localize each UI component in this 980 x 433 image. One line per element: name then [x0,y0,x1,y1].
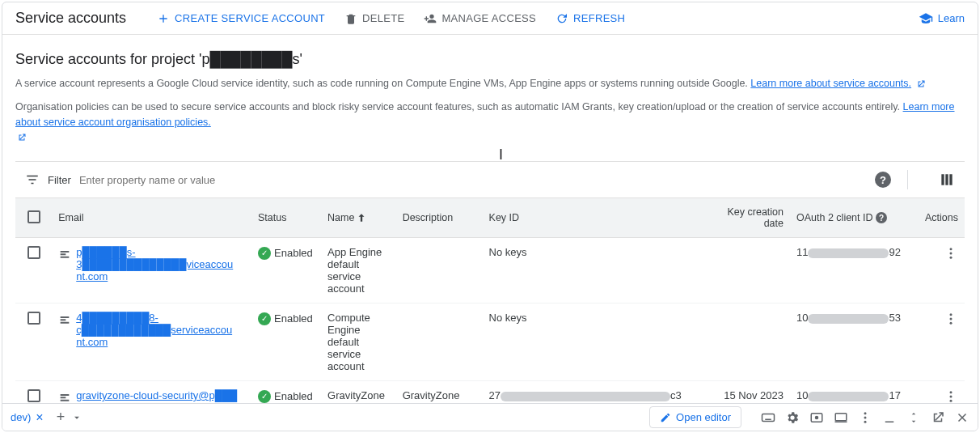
svg-point-15 [816,416,818,418]
learn-button[interactable]: Learn [919,11,965,26]
svg-point-2 [950,257,953,259]
table-row: gravityzone-cloud-security@p███-o███████… [15,381,965,404]
expand-icon[interactable] [906,410,921,425]
service-account-icon [58,391,71,403]
svg-rect-13 [765,418,771,420]
keyboard-icon[interactable] [761,410,775,425]
learn-more-sa-link[interactable]: Learn more about service accounts. [750,78,911,89]
oauth-cell: 1053 [790,304,915,381]
open-editor-button[interactable]: Open editor [649,406,741,428]
table-row: p██████s-3██████████████viceaccount.com✓… [15,238,965,304]
svg-point-0 [950,248,953,250]
delete-button[interactable]: Delete [336,7,412,30]
manage-label: Manage Access [441,12,536,24]
description-2: Organisation policies can be used to sec… [15,100,965,145]
email-link[interactable]: p██████s-3██████████████viceaccount.com [76,246,238,282]
device-icon[interactable] [834,410,848,425]
oauth-cell: 1192 [790,238,915,304]
col-name[interactable]: Name [321,198,396,238]
select-all-checkbox[interactable] [27,210,40,223]
col-actions: Actions [915,198,965,238]
keyid-cell: 27c3 [483,381,699,404]
minimize-icon[interactable] [882,410,897,425]
status-badge: ✓Enabled [258,390,313,403]
pencil-icon [660,412,671,423]
filter-input[interactable] [79,174,867,186]
open-new-window-icon[interactable] [931,410,945,425]
col-keyid[interactable]: Key ID [483,198,699,238]
oauth-help-icon[interactable]: ? [876,212,887,223]
email-link[interactable]: gravityzone-cloud-security@p███-o███████… [76,389,238,403]
trash-icon [344,12,357,25]
table-header-row: Email Status Name Description Key ID Key… [15,198,965,238]
column-display-icon[interactable] [939,172,955,188]
delete-label: Delete [362,12,404,24]
subheading: Service accounts for project 'p████████s… [15,51,965,68]
oauth-cell: 1017 [790,381,915,404]
col-keydate[interactable]: Key creation date [699,198,790,238]
description-1: A service account represents a Google Cl… [15,76,965,91]
web-preview-icon[interactable] [809,410,824,425]
terminal-tab[interactable]: dev) × [11,410,44,425]
tab-label: dev) [11,411,31,423]
gear-icon[interactable] [785,410,800,425]
footer-icons [761,410,969,425]
check-icon: ✓ [258,247,271,260]
email-link[interactable]: 4█████████8-c████████████serviceaccount.… [76,312,238,348]
content-area: Service accounts for project 'p████████s… [2,35,978,403]
service-accounts-table: Email Status Name Description Key ID Key… [15,197,965,403]
external-link-icon [17,133,27,142]
svg-point-5 [950,322,953,325]
svg-rect-20 [885,421,894,422]
description-cell [396,304,483,381]
page-title: Service accounts [15,10,126,27]
service-account-icon [58,248,71,261]
svg-point-8 [950,400,953,402]
col-description[interactable]: Description [396,198,483,238]
refresh-icon [555,12,568,25]
row-actions-icon[interactable] [944,389,958,403]
col-email[interactable]: Email [52,198,251,238]
sort-asc-icon [356,212,367,223]
svg-rect-12 [762,414,775,421]
filter-icon [25,172,40,187]
keydate-cell [699,238,790,304]
desc2-text: Organisation policies can be used to sec… [15,101,903,112]
status-badge: ✓Enabled [258,312,313,325]
plus-icon [157,12,170,25]
description-cell: GravityZone API Access [396,381,483,404]
svg-point-19 [864,420,867,422]
name-cell: Compute Engine default service account [321,304,396,381]
manage-access-button[interactable]: Manage Access [416,7,544,30]
description-cell [396,238,483,304]
create-label: Create Service Account [175,12,325,24]
row-actions-icon[interactable] [944,246,958,261]
external-link-icon [916,79,926,89]
table-row: 4█████████8-c████████████serviceaccount.… [15,304,965,381]
svg-point-18 [864,416,867,418]
close-tab-icon[interactable]: × [36,410,43,425]
name-cell: GravityZone Cloud Security [321,381,396,404]
new-tab-button[interactable]: + [57,409,65,426]
row-actions-icon[interactable] [944,312,958,326]
create-service-account-button[interactable]: Create Service Account [149,7,333,30]
col-oauth[interactable]: OAuth 2 client ID ? [790,198,915,238]
row-checkbox[interactable] [27,246,40,259]
refresh-button[interactable]: Refresh [547,7,633,30]
refresh-label: Refresh [573,12,625,24]
name-cell: App Engine default service account [321,238,396,304]
close-icon[interactable] [955,410,969,425]
svg-point-1 [950,253,953,255]
row-checkbox[interactable] [27,389,40,402]
col-status[interactable]: Status [251,198,321,238]
svg-rect-16 [835,413,847,420]
svg-point-7 [950,396,953,398]
row-checkbox[interactable] [27,312,40,325]
terminal-footer: dev) × + Open editor [2,403,978,431]
learn-label: Learn [938,12,965,24]
chevron-down-icon[interactable] [71,412,82,423]
check-icon: ✓ [258,312,271,325]
more-vert-icon[interactable] [858,410,872,425]
help-icon[interactable]: ? [875,172,891,188]
keydate-cell [699,304,790,381]
